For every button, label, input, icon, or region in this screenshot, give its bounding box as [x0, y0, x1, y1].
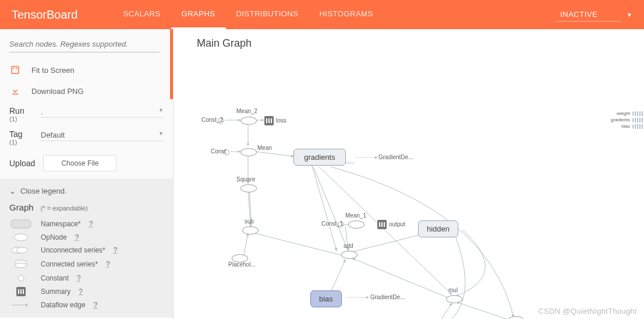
run-select[interactable]: .▼: [41, 106, 164, 118]
legend-dataflow: Dataflow edge ?: [9, 299, 164, 311]
connected-series-icon: [9, 259, 33, 269]
add-opnode[interactable]: [341, 251, 358, 259]
main-area: Fit to Screen Download PNG Run (1) .▼ Ta…: [0, 29, 644, 319]
loss-summary[interactable]: [264, 116, 274, 125]
tab-scalars[interactable]: SCALARS: [112, 0, 171, 29]
mul-opnode[interactable]: [446, 295, 462, 303]
output-summary[interactable]: [377, 220, 387, 229]
close-legend-toggle[interactable]: ⌄ Close legend.: [9, 184, 164, 198]
gradientde-label: GradientDe...: [378, 154, 413, 160]
constant-icon: [9, 275, 33, 282]
svg-point-6: [15, 263, 27, 268]
tag-count: (1): [9, 139, 33, 146]
square-label: Square: [236, 176, 255, 183]
mul-label: mul: [448, 287, 458, 293]
mean1-label: Mean_1: [345, 212, 366, 219]
brand-logo: TensorBoard: [12, 8, 77, 22]
app-header: TensorBoard SCALARS GRAPHS DISTRIBUTIONS…: [0, 0, 644, 29]
gradients-node[interactable]: gradients: [293, 149, 346, 166]
svg-point-2: [14, 234, 28, 241]
fit-label: Fit to Screen: [31, 66, 75, 75]
watermark: CSDN @QuietNightThought: [538, 307, 637, 316]
minimap: weight gradients bias: [600, 111, 644, 130]
run-label: Run: [9, 106, 33, 115]
add-label: add: [344, 243, 353, 249]
run-count: (1): [9, 115, 33, 122]
sub-opnode[interactable]: [242, 226, 259, 234]
opnode-icon: [9, 233, 33, 241]
svg-rect-0: [12, 66, 19, 73]
download-icon: [9, 85, 21, 97]
gradientde2-label: GradientDe...: [370, 294, 405, 300]
close-legend-label: Close legend.: [20, 187, 67, 195]
const1-label: Const_1: [321, 220, 343, 227]
scroll-indicator[interactable]: [170, 29, 173, 99]
fit-screen-icon: [9, 64, 21, 76]
const-label: Const: [211, 148, 226, 155]
status-select[interactable]: INACTIVE: [555, 8, 621, 22]
summary-icon: [9, 287, 33, 296]
chevron-down-icon: ▼: [158, 107, 164, 116]
help-icon[interactable]: ?: [75, 233, 79, 241]
mean-opnode[interactable]: [240, 148, 257, 156]
dataflow-edge-icon: [9, 302, 33, 308]
legend-summary: Summary ?: [9, 285, 164, 299]
svg-rect-1: [11, 220, 31, 228]
tag-label: Tag: [9, 129, 33, 139]
placehol-label: Placehol...: [228, 261, 256, 268]
header-tabs: SCALARS GRAPHS DISTRIBUTIONS HISTOGRAMS: [112, 0, 383, 29]
help-icon[interactable]: ?: [94, 301, 98, 309]
sub-label: sub: [245, 218, 254, 225]
chevron-down-icon: ▼: [627, 12, 632, 18]
svg-point-7: [18, 275, 24, 281]
fit-to-screen-button[interactable]: Fit to Screen: [9, 59, 164, 80]
legend-opnode: OpNode ?: [9, 231, 164, 244]
const2-label: Const_2: [201, 117, 223, 123]
download-png-button[interactable]: Download PNG: [9, 80, 164, 101]
help-icon[interactable]: ?: [79, 288, 83, 296]
unconnected-series-icon: [9, 246, 33, 254]
legend-namespace: Namespace* ?: [9, 217, 164, 231]
square-opnode[interactable]: [240, 184, 257, 192]
legend-connected: Connected series* ?: [9, 257, 164, 272]
download-label: Download PNG: [31, 87, 84, 96]
help-icon[interactable]: ?: [106, 260, 110, 268]
search-input[interactable]: [9, 36, 160, 52]
output-label: output: [389, 221, 405, 227]
tab-graphs[interactable]: GRAPHS: [171, 0, 226, 29]
tab-distributions[interactable]: DISTRIBUTIONS: [226, 0, 309, 29]
mean2-opnode[interactable]: [240, 117, 257, 125]
namespace-icon: [9, 219, 33, 229]
mean-label: Mean: [257, 145, 272, 151]
graph-canvas[interactable]: Main Graph: [174, 29, 644, 319]
canvas-title: Main Graph: [197, 37, 252, 50]
svg-point-4: [16, 247, 28, 253]
hidden-node[interactable]: hidden: [418, 220, 458, 237]
legend-section: ⌄ Close legend. Graph (* = expandable) N…: [0, 178, 173, 317]
choose-file-button[interactable]: Choose File: [43, 155, 116, 171]
tag-select[interactable]: Default▼: [41, 129, 164, 141]
status-label: INACTIVE: [560, 10, 597, 19]
chevron-down-icon: ▼: [158, 131, 164, 139]
tab-histograms[interactable]: HISTOGRAMS: [309, 0, 383, 29]
upload-label: Upload: [9, 159, 35, 168]
legend-constant: Constant ?: [9, 272, 164, 285]
legend-unconnected: Unconnected series* ?: [9, 244, 164, 257]
graph-viewport[interactable]: gradients hidden bias weight Mean_2 Mean…: [185, 58, 644, 319]
bias-node[interactable]: bias: [310, 290, 342, 307]
chevron-down-icon: ⌄: [9, 187, 16, 195]
mean1-opnode[interactable]: [348, 220, 365, 229]
help-icon[interactable]: ?: [77, 274, 81, 282]
help-icon[interactable]: ?: [114, 246, 118, 254]
mean2-label: Mean_2: [236, 108, 257, 114]
help-icon[interactable]: ?: [89, 220, 93, 228]
sidebar: Fit to Screen Download PNG Run (1) .▼ Ta…: [0, 29, 174, 319]
placehol2-opnode[interactable]: [508, 316, 524, 319]
legend-hint: (* = expandable): [41, 205, 88, 212]
legend-title: Graph: [9, 202, 34, 212]
loss-label: loss: [276, 117, 286, 124]
